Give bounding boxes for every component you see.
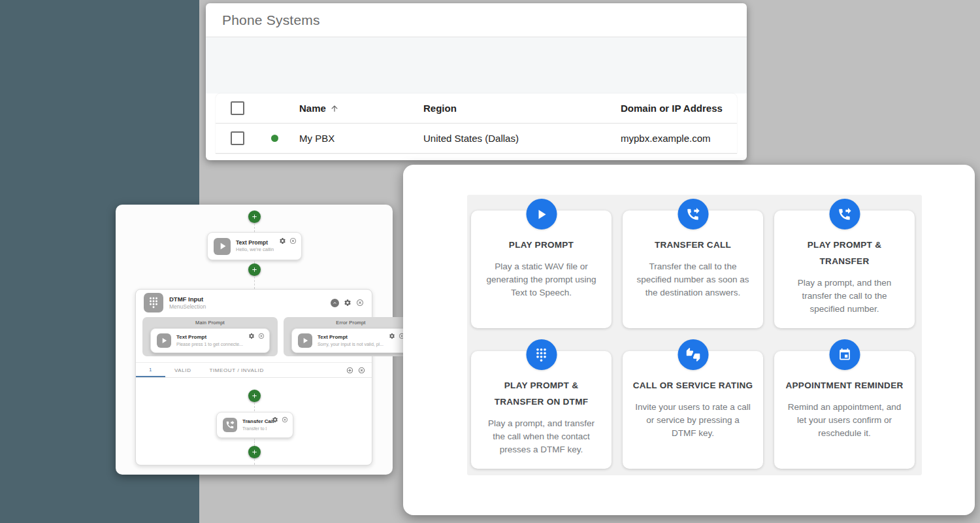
add-node-button[interactable] [248, 446, 261, 458]
status-online-dot [271, 135, 278, 142]
node-subtitle: Transfer to 820 [242, 426, 267, 431]
node-title: DTMF Input [169, 295, 206, 303]
card-description: Transfer the call to the specified numbe… [623, 260, 763, 299]
thumbs-up-down-icon [678, 339, 708, 370]
card-title: TRANSFER CALL [623, 237, 763, 253]
node-subtitle: MenuSelection [169, 303, 206, 311]
sort-ascending-icon [330, 104, 339, 113]
main-prompt-section: Main Prompt Text Prompt Please press 1 t… [142, 317, 278, 356]
flow-connector [254, 277, 255, 289]
remove-node-icon[interactable] [282, 416, 288, 423]
row-checkbox[interactable] [231, 131, 244, 145]
settings-gear-icon[interactable] [279, 237, 286, 245]
phone-forward-icon [223, 418, 237, 432]
dtmf-branch-tabs: 1 VALID TIMEOUT / INVALID [136, 362, 372, 378]
node-title: Transfer Call [242, 418, 267, 426]
phone-forward-icon [678, 199, 708, 229]
library-card-play-prompt-transfer-dtmf[interactable]: PLAY PROMPT & TRANSFER ON DTMF Play a pr… [471, 351, 612, 469]
node-title: Text Prompt [176, 334, 243, 341]
add-node-button[interactable] [248, 211, 261, 223]
node-subtitle: Please press 1 to get connecte... [176, 341, 243, 347]
table-header-row: Name Region Domain or IP Address [216, 93, 737, 124]
remove-node-icon[interactable] [258, 333, 265, 339]
settings-gear-icon[interactable] [344, 299, 351, 307]
card-title: APPOINTMENT REMINDER [774, 377, 915, 394]
node-subtitle: Sorry, your input is not valid, pl... [318, 341, 384, 347]
add-node-button[interactable] [248, 390, 261, 402]
page-title: Phone Systems [222, 12, 320, 28]
section-label: Error Prompt [284, 320, 418, 326]
text-prompt-node[interactable]: Text Prompt Sorry, your input is not val… [291, 328, 410, 353]
collapse-node-icon[interactable] [331, 299, 339, 307]
dialpad-icon [526, 339, 557, 370]
library-card-call-service-rating[interactable]: CALL OR SERVICE RATING Invite your users… [623, 351, 763, 469]
column-header-domain[interactable]: Domain or IP Address [621, 103, 737, 114]
card-description: Play a static WAV file or generating the… [471, 260, 612, 299]
branch-flow-area: Transfer Call Transfer to 820 [136, 378, 372, 467]
error-prompt-section: Error Prompt Text Prompt Sorry, your inp… [284, 317, 418, 356]
library-card-play-prompt[interactable]: PLAY PROMPT Play a static WAV file or ge… [471, 211, 612, 328]
phone-systems-header: Phone Systems [206, 3, 747, 37]
tab-valid[interactable]: VALID [165, 363, 201, 377]
column-header-name[interactable]: Name [299, 103, 423, 114]
card-description: Invite your users to rate a call or serv… [623, 401, 763, 440]
remove-node-icon[interactable] [289, 237, 297, 245]
library-card-transfer-call[interactable]: TRANSFER CALL Transfer the call to the s… [623, 211, 763, 328]
play-icon [298, 333, 312, 348]
play-icon [526, 199, 557, 229]
section-label: Main Prompt [142, 320, 278, 326]
phone-systems-table: Name Region Domain or IP Address My PBX … [216, 93, 737, 154]
cell-name: My PBX [299, 133, 335, 144]
cell-domain: mypbx.example.com [621, 133, 737, 144]
library-card-appointment-reminder[interactable]: APPOINTMENT REMINDER Remind an appointme… [774, 351, 915, 469]
select-all-checkbox[interactable] [231, 101, 244, 115]
text-prompt-node[interactable]: Text Prompt Please press 1 to get connec… [150, 328, 270, 353]
settings-gear-icon[interactable] [389, 333, 395, 339]
library-card-play-prompt-transfer[interactable]: PLAY PROMPT & TRANSFER Play a prompt, an… [774, 211, 915, 328]
card-title: PLAY PROMPT [471, 237, 612, 253]
settings-gear-icon[interactable] [272, 416, 278, 423]
table-row[interactable]: My PBX United States (Dallas) mypbx.exam… [216, 124, 737, 154]
calendar-event-icon [829, 339, 860, 370]
phone-systems-panel: Phone Systems Name Region Domain or IP A… [206, 3, 747, 160]
phone-systems-toolbar [206, 37, 747, 93]
cell-region: United States (Dallas) [423, 133, 621, 144]
remove-branch-icon[interactable] [358, 367, 365, 374]
desktop-canvas: Phone Systems Name Region Domain or IP A… [0, 0, 980, 523]
text-prompt-node[interactable]: Text Prompt Hello, we're calling from Ac… [207, 232, 302, 260]
card-title: PLAY PROMPT & TRANSFER [774, 237, 915, 269]
dtmf-input-node[interactable]: DTMF Input MenuSelection Main Prompt [135, 289, 372, 465]
flow-connector [254, 403, 255, 411]
node-subtitle: Hello, we're calling from Acme ... [236, 246, 274, 253]
card-description: Remind an appointment, and let your user… [774, 401, 915, 440]
tab-branch-1[interactable]: 1 [136, 363, 165, 377]
application-library-panel: PLAY PROMPT Play a static WAV file or ge… [403, 165, 975, 515]
card-description: Play a prompt, and transfer the call whe… [471, 417, 612, 456]
library-card-grid: PLAY PROMPT Play a static WAV file or ge… [471, 211, 915, 469]
play-icon [214, 238, 231, 255]
add-node-button[interactable] [248, 263, 261, 276]
dialpad-icon [144, 293, 163, 312]
dialplan-flow-panel: Text Prompt Hello, we're calling from Ac… [116, 205, 393, 475]
node-title: Text Prompt [236, 239, 274, 246]
remove-node-icon[interactable] [356, 299, 364, 307]
column-label-name: Name [299, 103, 326, 114]
library-card-tray: PLAY PROMPT Play a static WAV file or ge… [467, 195, 922, 475]
phone-forward-icon [829, 199, 860, 229]
card-description: Play a prompt, and then transfer the cal… [774, 277, 915, 316]
column-header-region[interactable]: Region [423, 103, 621, 114]
card-title: CALL OR SERVICE RATING [623, 377, 763, 394]
add-branch-icon[interactable] [346, 367, 353, 374]
node-title: Text Prompt [318, 334, 384, 341]
flow-connector [254, 459, 255, 465]
transfer-call-node[interactable]: Transfer Call Transfer to 820 [216, 412, 293, 438]
settings-gear-icon[interactable] [248, 333, 255, 339]
flow-connector [254, 439, 255, 446]
tab-timeout-invalid[interactable]: TIMEOUT / INVALID [201, 363, 273, 377]
play-icon [157, 333, 171, 348]
card-title: PLAY PROMPT & TRANSFER ON DTMF [471, 377, 612, 410]
flow-connector [254, 224, 255, 232]
dtmf-node-header: DTMF Input MenuSelection [136, 290, 372, 316]
